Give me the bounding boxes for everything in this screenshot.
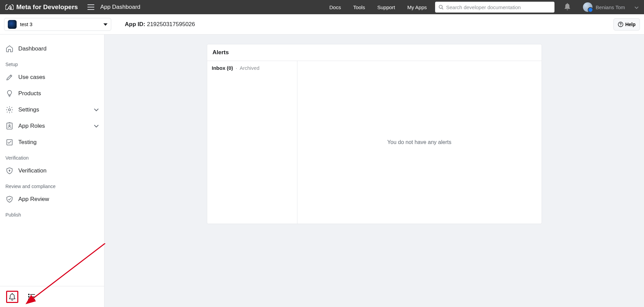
meta-logo-icon [5,4,14,10]
alerts-tab-inbox[interactable]: Inbox (0) [212,65,233,71]
sidebar-item-settings[interactable]: Settings [0,102,104,118]
sidebar-item-testing[interactable]: Testing [0,134,104,150]
search-box[interactable] [435,2,554,13]
search-input[interactable] [446,4,551,10]
testing-icon [5,138,14,146]
section-verification: Verification [0,150,104,163]
nav-myapps[interactable]: My Apps [407,4,427,10]
app-name: test 3 [20,21,33,27]
bulb-icon [5,89,14,98]
user-menu[interactable]: Benians Tom [583,2,639,12]
section-review: Review and compliance [0,179,104,191]
sidebar-item-products[interactable]: Products [0,85,104,102]
sidebar-footer [0,286,104,307]
sidebar-label-appreview: App Review [18,196,49,203]
pencil-icon [5,73,14,81]
caret-down-icon [103,21,108,27]
dot-separator: · [236,65,237,71]
chevron-down-icon [94,106,99,113]
sidebar-label-settings: Settings [18,106,39,113]
svg-point-6 [9,170,10,171]
brand-text: Meta for Developers [16,3,78,11]
section-setup: Setup [0,57,104,69]
shield-icon [5,167,14,175]
app-id-value: 219250317595026 [147,21,195,27]
svg-point-9 [28,299,30,300]
section-publish: Publish [0,207,104,220]
chevron-down-icon [635,4,639,10]
alerts-tabs: Inbox (0) · Archived [207,61,297,224]
home-icon [5,45,14,53]
alerts-bell-icon[interactable] [6,291,18,303]
main: Dashboard Setup Use cases Products [0,35,644,307]
sidebar-item-approles[interactable]: App Roles [0,118,104,134]
sidebar-label-approles: App Roles [18,123,45,129]
content: Alerts Inbox (0) · Archived You do not h… [104,35,644,307]
nav-docs[interactable]: Docs [329,4,341,10]
notifications-bell-icon[interactable] [564,3,571,12]
app-switcher[interactable]: test 3 [4,18,111,31]
roles-icon [5,122,14,130]
subheader: test 3 App ID: 219250317595026 Help [0,14,644,35]
sidebar-label-dashboard: Dashboard [18,45,46,52]
svg-point-0 [439,5,442,8]
topbar: Meta for Developers App Dashboard Docs T… [0,0,644,14]
brand-logo[interactable]: Meta for Developers [5,3,78,11]
svg-point-7 [28,294,30,295]
sidebar-label-testing: Testing [18,139,37,146]
app-dashboard-title: App Dashboard [100,4,140,11]
svg-point-2 [8,109,11,111]
sidebar-label-usecases: Use cases [18,74,45,81]
nav-tools[interactable]: Tools [353,4,365,10]
alerts-empty-message: You do not have any alerts [297,61,542,224]
nav-support[interactable]: Support [377,4,395,10]
app-thumb-icon [8,20,17,29]
help-button[interactable]: Help [613,18,640,30]
top-nav: Docs Tools Support My Apps [329,4,427,10]
app-id-label: App ID: [125,21,145,27]
sidebar: Dashboard Setup Use cases Products [0,35,104,307]
help-icon [618,22,623,27]
user-name: Benians Tom [596,4,625,10]
sidebar-label-products: Products [18,90,41,97]
alerts-tab-archived[interactable]: Archived [240,65,259,71]
activity-log-icon[interactable] [26,291,38,303]
sidebar-item-dashboard[interactable]: Dashboard [0,41,104,57]
user-avatar [583,2,592,12]
sidebar-item-appreview[interactable]: App Review [0,191,104,207]
chevron-down-icon [94,123,99,129]
help-label: Help [625,22,636,27]
hamburger-menu-icon[interactable] [87,4,94,10]
alerts-title: Alerts [207,44,542,61]
svg-point-8 [28,296,30,297]
app-id: App ID: 219250317595026 [125,21,195,28]
sidebar-item-verification[interactable]: Verification [0,163,104,179]
gear-icon [5,106,14,114]
sidebar-item-usecases[interactable]: Use cases [0,69,104,85]
shield-check-icon [5,195,14,203]
svg-point-4 [9,125,10,126]
alerts-card: Alerts Inbox (0) · Archived You do not h… [207,44,542,224]
sidebar-label-verification: Verification [18,167,46,174]
search-icon [438,4,444,10]
